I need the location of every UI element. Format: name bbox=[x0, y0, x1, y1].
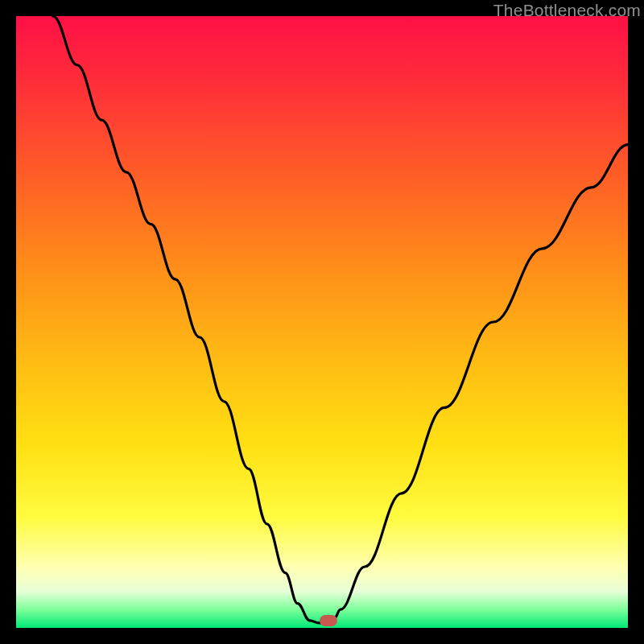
watermark-text: TheBottleneck.com bbox=[493, 1, 641, 20]
plot-area bbox=[16, 16, 628, 628]
optimal-marker bbox=[320, 615, 337, 626]
bottleneck-curve bbox=[53, 16, 628, 623]
chart-frame bbox=[16, 16, 628, 628]
curve-layer bbox=[16, 16, 628, 628]
